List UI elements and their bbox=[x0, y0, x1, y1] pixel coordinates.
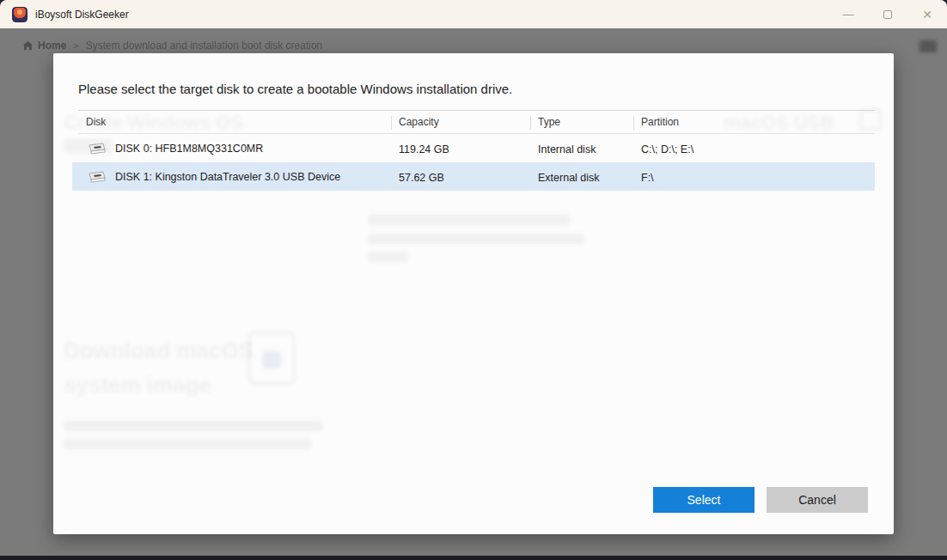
breadcrumb-home: Home bbox=[38, 40, 66, 52]
disk-partitions: F:\ bbox=[641, 172, 654, 184]
breadcrumb-separator: > bbox=[73, 40, 78, 51]
faint-file-icon bbox=[247, 332, 296, 385]
home-icon bbox=[22, 40, 34, 52]
disk-drive-icon bbox=[85, 143, 106, 155]
close-button[interactable]: ✕ bbox=[907, 0, 947, 28]
app-title: iBoysoft DiskGeeker bbox=[35, 9, 129, 21]
maximize-button[interactable] bbox=[868, 0, 907, 28]
window-controls: — ✕ bbox=[828, 0, 947, 28]
titlebar: iBoysoft DiskGeeker — ✕ bbox=[0, 0, 947, 28]
select-button[interactable]: Select bbox=[653, 487, 755, 513]
maximize-icon bbox=[883, 10, 892, 19]
faint-text-bar bbox=[64, 439, 311, 449]
faint-text-bar bbox=[368, 234, 584, 244]
app-logo-icon bbox=[12, 7, 27, 22]
disk-name: DISK 1: Kingston DataTraveler 3.0 USB De… bbox=[115, 171, 340, 183]
faint-text-bar bbox=[64, 421, 323, 431]
disk-type: Internal disk bbox=[538, 143, 596, 155]
disk-table: Disk Capacity Type Partition bbox=[78, 110, 875, 191]
breadcrumb: Home > System download and installation … bbox=[22, 40, 322, 52]
column-header-disk: Disk bbox=[78, 116, 391, 128]
column-header-partition: Partition bbox=[633, 116, 875, 128]
header-divider bbox=[530, 116, 531, 130]
faint-text-bar bbox=[368, 215, 570, 225]
column-header-capacity: Capacity bbox=[391, 116, 530, 128]
disk-name: DISK 0: HFB1M8MQ331C0MR bbox=[115, 143, 263, 155]
disk-table-header: Disk Capacity Type Partition bbox=[78, 110, 875, 134]
table-row-disk1-selected[interactable]: DISK 1: Kingston DataTraveler 3.0 USB De… bbox=[72, 162, 875, 191]
faint-text-bar bbox=[368, 252, 407, 262]
disk-type: External disk bbox=[538, 172, 600, 184]
screen-bottom-edge bbox=[0, 556, 947, 560]
column-header-type: Type bbox=[530, 116, 633, 128]
dialog-title: Please select the target disk to create … bbox=[78, 82, 512, 96]
header-divider bbox=[633, 116, 634, 130]
select-disk-dialog: Create Windows OS macOS USB Download mac… bbox=[53, 53, 894, 534]
disk-drive-icon bbox=[85, 171, 106, 183]
table-row-disk0[interactable]: DISK 0: HFB1M8MQ331C0MR 119.24 GB Intern… bbox=[78, 134, 875, 162]
minimize-button[interactable]: — bbox=[828, 0, 868, 28]
menu-icon bbox=[920, 40, 937, 52]
breadcrumb-current-page: System download and installation boot di… bbox=[86, 40, 323, 52]
app-window: iBoysoft DiskGeeker — ✕ Home > System do… bbox=[0, 0, 947, 556]
disk-capacity: 119.24 GB bbox=[399, 143, 449, 155]
cancel-button[interactable]: Cancel bbox=[767, 487, 868, 513]
faint-card-title-download-macos: Download macOS system image bbox=[64, 333, 287, 402]
disk-capacity: 57.62 GB bbox=[399, 172, 444, 184]
disk-partitions: C:\; D:\; E:\ bbox=[641, 143, 693, 155]
dimmed-background: Home > System download and installation … bbox=[0, 28, 947, 556]
header-divider bbox=[391, 116, 392, 130]
